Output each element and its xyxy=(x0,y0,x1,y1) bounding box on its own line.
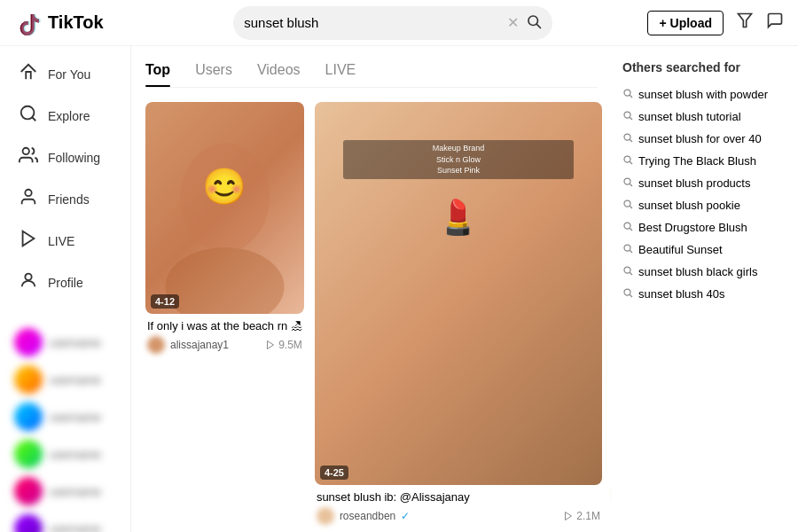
creator-avatar xyxy=(147,336,165,354)
avatar-item[interactable]: username xyxy=(7,473,123,509)
svg-line-5 xyxy=(32,117,35,121)
search-suggestion-icon xyxy=(622,243,633,256)
avatar-item[interactable]: username xyxy=(7,362,123,397)
avatar-name: username xyxy=(50,336,101,349)
suggestion-item[interactable]: sunset blush tutorial xyxy=(622,106,787,128)
search-suggestion-icon xyxy=(622,132,633,145)
avatar xyxy=(14,514,43,532)
suggestion-text: sunset blush with powder xyxy=(638,88,768,101)
video-badge: 4-25 xyxy=(320,466,348,480)
svg-point-4 xyxy=(21,106,35,120)
filter-icon[interactable] xyxy=(736,12,754,34)
search-suggestion-icon xyxy=(622,221,633,234)
sidebar-item-following[interactable]: Following xyxy=(4,137,127,178)
svg-point-9 xyxy=(25,274,31,280)
right-panel: Others searched for sunset blush with po… xyxy=(612,46,798,532)
suggestion-item[interactable]: sunset blush 40s xyxy=(622,283,787,305)
video-description: If only i was at the beach rn 🏖 xyxy=(147,319,302,332)
svg-point-30 xyxy=(624,223,630,229)
video-thumbnail: 😊 4-12 xyxy=(145,102,304,314)
suggestion-item[interactable]: sunset blush for over 40 xyxy=(622,128,787,150)
search-input[interactable] xyxy=(244,15,507,30)
search-suggestion-icon xyxy=(622,88,633,101)
avatar-item[interactable]: username xyxy=(7,436,123,472)
avatar-list: username username username username user… xyxy=(0,317,130,532)
avatar-item[interactable]: username xyxy=(7,511,123,532)
messages-icon[interactable] xyxy=(766,12,784,34)
tab-top[interactable]: Top xyxy=(145,53,170,87)
following-label: Following xyxy=(48,151,100,165)
avatar-item[interactable]: username xyxy=(7,399,123,434)
avatar xyxy=(14,440,43,468)
others-searched-title: Others searched for xyxy=(622,60,787,74)
explore-label: Explore xyxy=(48,109,90,123)
home-icon xyxy=(18,62,39,86)
suggestion-item[interactable]: sunset blush with powder xyxy=(622,83,787,106)
svg-point-7 xyxy=(25,190,31,196)
search-clear-icon[interactable]: ✕ xyxy=(507,14,519,31)
tabs: Top Users Videos LIVE xyxy=(145,46,598,88)
suggestion-text: sunset blush tutorial xyxy=(638,110,741,123)
verified-badge: ✓ xyxy=(401,510,410,522)
sidebar-item-friends[interactable]: Friends xyxy=(4,178,127,220)
svg-point-24 xyxy=(624,156,630,162)
suggestion-item[interactable]: Beautiful Sunset xyxy=(622,239,787,261)
sidebar: For You Explore Following Friends LIVE xyxy=(0,46,131,532)
suggestion-item[interactable]: sunset blush products xyxy=(622,172,787,194)
avatar-item[interactable]: username xyxy=(7,325,123,360)
tab-videos[interactable]: Videos xyxy=(257,53,301,87)
video-card[interactable]: 😊 4-12 If only i was at the beach rn 🏖 a… xyxy=(145,102,304,525)
svg-point-11 xyxy=(165,247,284,314)
svg-point-32 xyxy=(624,245,630,251)
avatar xyxy=(14,365,43,394)
header: TikTok ✕ + Upload xyxy=(0,0,798,46)
suggestion-item[interactable]: sunset blush pookie xyxy=(622,194,787,216)
suggestion-item[interactable]: Best Drugstore Blush xyxy=(622,216,787,239)
upload-button[interactable]: + Upload xyxy=(647,11,724,35)
video-grid: 😊 4-12 If only i was at the beach rn 🏖 a… xyxy=(145,102,598,532)
video-thumbnail: 💄 Makeup BrandStick n GlowSunset Pink 4-… xyxy=(315,102,602,485)
sidebar-item-live[interactable]: LIVE xyxy=(4,220,127,262)
suggestion-item[interactable]: Trying The Black Blush xyxy=(622,150,787,172)
svg-line-29 xyxy=(630,206,632,208)
for-you-label: For You xyxy=(48,67,90,82)
suggestion-text: sunset blush products xyxy=(638,176,750,190)
sidebar-item-profile[interactable]: Profile xyxy=(4,262,127,303)
suggestions-list: sunset blush with powder sunset blush tu… xyxy=(622,83,787,305)
suggestion-text: sunset blush for over 40 xyxy=(638,132,762,145)
search-suggestion-icon xyxy=(622,287,633,301)
suggestion-item[interactable]: sunset blush black girls xyxy=(622,261,787,283)
search-suggestion-icon xyxy=(622,265,633,278)
tiktok-logo-icon xyxy=(14,9,43,37)
search-suggestion-icon xyxy=(622,199,633,212)
avatar-name: username xyxy=(50,485,101,498)
svg-line-2 xyxy=(537,24,541,27)
sidebar-item-for-you[interactable]: For You xyxy=(4,53,127,95)
friends-icon xyxy=(18,187,39,211)
avatar-name: username xyxy=(50,411,101,424)
svg-marker-8 xyxy=(23,231,35,246)
suggestion-text: Trying The Black Blush xyxy=(638,154,756,168)
svg-point-18 xyxy=(624,90,630,96)
avatar-name: username xyxy=(50,373,101,387)
video-meta: alissajanay1 9.5M xyxy=(147,336,302,354)
logo-area: TikTok xyxy=(14,9,138,37)
tab-users[interactable]: Users xyxy=(195,53,232,87)
search-suggestion-icon xyxy=(622,176,633,190)
tab-live[interactable]: LIVE xyxy=(325,53,356,87)
creator-avatar xyxy=(317,507,334,525)
avatar xyxy=(14,477,43,505)
video-card[interactable]: 💄 Makeup BrandStick n GlowSunset Pink 4-… xyxy=(315,102,602,525)
explore-icon xyxy=(18,104,39,128)
avatar-name: username xyxy=(50,448,101,461)
svg-point-28 xyxy=(624,200,630,207)
live-icon xyxy=(18,229,39,253)
svg-point-34 xyxy=(624,267,630,273)
search-button[interactable] xyxy=(526,13,542,32)
svg-line-21 xyxy=(630,117,632,120)
avatar-name: username xyxy=(50,522,101,533)
creator-name: alissajanay1 xyxy=(170,339,229,351)
video-badge: 4-12 xyxy=(151,294,179,309)
search-suggestion-icon xyxy=(622,154,633,168)
sidebar-item-explore[interactable]: Explore xyxy=(4,95,127,137)
